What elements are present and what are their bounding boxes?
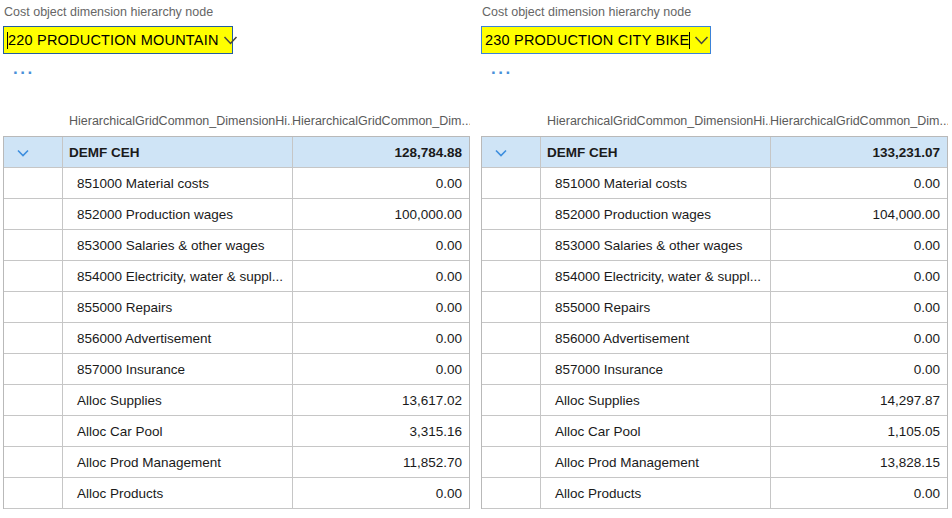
row-expand-cell[interactable]	[4, 323, 63, 353]
hierarchy-node-combobox[interactable]: 230 PRODUCTION CITY BIKE	[481, 26, 711, 54]
row-value: 0.00	[771, 478, 947, 508]
table-row[interactable]: 852000 Production wages 100,000.00	[4, 199, 469, 230]
row-name: Alloc Products	[541, 478, 771, 508]
row-expand-cell[interactable]	[482, 447, 541, 477]
row-name: 851000 Material costs	[63, 168, 293, 198]
row-expand-cell[interactable]	[482, 168, 541, 198]
hierarchy-grid: DEMF CEH 133,231.07 851000 Material cost…	[481, 136, 948, 509]
row-value: 1,105.05	[771, 416, 947, 446]
row-name: DEMF CEH	[63, 137, 293, 167]
row-name: Alloc Supplies	[63, 385, 293, 415]
row-expand-cell[interactable]	[4, 292, 63, 322]
row-value: 0.00	[771, 292, 947, 322]
chevron-down-icon[interactable]	[690, 36, 709, 45]
chevron-down-icon[interactable]	[495, 143, 507, 161]
table-row[interactable]: Alloc Car Pool 1,105.05	[482, 416, 947, 447]
row-expand-cell[interactable]	[482, 385, 541, 415]
row-name: 854000 Electricity, water & suppl...	[541, 261, 771, 291]
row-value: 0.00	[293, 323, 469, 353]
row-value: 0.00	[771, 354, 947, 384]
table-row[interactable]: Alloc Prod Management 11,852.70	[4, 447, 469, 478]
column-header-value[interactable]: HierarchicalGridCommon_Dim...	[292, 114, 470, 128]
hierarchy-node-combobox[interactable]: 220 PRODUCTION MOUNTAIN	[3, 26, 233, 54]
table-row[interactable]: 852000 Production wages 104,000.00	[482, 199, 947, 230]
column-header-value[interactable]: HierarchicalGridCommon_Dim...	[770, 114, 948, 128]
row-value: 0.00	[293, 261, 469, 291]
hierarchy-grid: DEMF CEH 128,784.88 851000 Material cost…	[3, 136, 470, 509]
row-name: 853000 Salaries & other wages	[63, 230, 293, 260]
row-value: 3,315.16	[293, 416, 469, 446]
row-value: 13,617.02	[293, 385, 469, 415]
row-expand-cell[interactable]	[482, 416, 541, 446]
table-row[interactable]: 857000 Insurance 0.00	[482, 354, 947, 385]
row-name: Alloc Supplies	[541, 385, 771, 415]
table-row[interactable]: DEMF CEH 133,231.07	[482, 137, 947, 168]
table-row[interactable]: 856000 Advertisement 0.00	[4, 323, 469, 354]
table-row[interactable]: Alloc Prod Management 13,828.15	[482, 447, 947, 478]
row-expand-cell[interactable]	[482, 478, 541, 508]
more-button[interactable]: ...	[13, 62, 35, 80]
row-value: 0.00	[771, 230, 947, 260]
row-expand-cell[interactable]	[482, 354, 541, 384]
table-row[interactable]: 856000 Advertisement 0.00	[482, 323, 947, 354]
table-row[interactable]: Alloc Supplies 13,617.02	[4, 385, 469, 416]
row-name: Alloc Car Pool	[63, 416, 293, 446]
row-expand-cell[interactable]	[4, 199, 63, 229]
row-value: 0.00	[771, 323, 947, 353]
row-name: Alloc Prod Management	[63, 447, 293, 477]
table-row[interactable]: 854000 Electricity, water & suppl... 0.0…	[4, 261, 469, 292]
grid-column-headers: HierarchicalGridCommon_DimensionHi... Hi…	[481, 105, 948, 136]
column-header-name[interactable]: HierarchicalGridCommon_DimensionHi...	[63, 114, 292, 128]
row-value: 0.00	[293, 478, 469, 508]
table-row[interactable]: 853000 Salaries & other wages 0.00	[482, 230, 947, 261]
row-value: 13,828.15	[771, 447, 947, 477]
column-header-name[interactable]: HierarchicalGridCommon_DimensionHi...	[541, 114, 770, 128]
chevron-down-icon[interactable]	[219, 36, 238, 45]
table-row[interactable]: 855000 Repairs 0.00	[4, 292, 469, 323]
more-button[interactable]: ...	[491, 62, 513, 80]
row-expand-cell[interactable]	[4, 261, 63, 291]
table-row[interactable]: DEMF CEH 128,784.88	[4, 137, 469, 168]
row-name: 856000 Advertisement	[541, 323, 771, 353]
workspace: Cost object dimension hierarchy node 220…	[0, 0, 952, 518]
row-expand-cell[interactable]	[482, 137, 541, 167]
row-value: 133,231.07	[771, 137, 947, 167]
grid-column-headers: HierarchicalGridCommon_DimensionHi... Hi…	[3, 105, 470, 136]
row-expand-cell[interactable]	[482, 261, 541, 291]
row-expand-cell[interactable]	[482, 230, 541, 260]
row-name: 857000 Insurance	[541, 354, 771, 384]
row-value: 11,852.70	[293, 447, 469, 477]
row-expand-cell[interactable]	[4, 478, 63, 508]
row-expand-cell[interactable]	[4, 354, 63, 384]
table-row[interactable]: Alloc Products 0.00	[482, 478, 947, 509]
row-name: DEMF CEH	[541, 137, 771, 167]
table-row[interactable]: 853000 Salaries & other wages 0.00	[4, 230, 469, 261]
row-expand-cell[interactable]	[4, 416, 63, 446]
table-row[interactable]: 857000 Insurance 0.00	[4, 354, 469, 385]
row-name: 857000 Insurance	[63, 354, 293, 384]
row-name: 853000 Salaries & other wages	[541, 230, 771, 260]
row-name: 851000 Material costs	[541, 168, 771, 198]
panel-220-production-mountain: Cost object dimension hierarchy node 220…	[3, 0, 470, 518]
table-row[interactable]: Alloc Products 0.00	[4, 478, 469, 509]
row-name: 854000 Electricity, water & suppl...	[63, 261, 293, 291]
table-row[interactable]: 855000 Repairs 0.00	[482, 292, 947, 323]
row-expand-cell[interactable]	[4, 137, 63, 167]
combobox-value: 230 PRODUCTION CITY BIKE	[485, 32, 689, 48]
table-row[interactable]: 851000 Material costs 0.00	[482, 168, 947, 199]
table-row[interactable]: Alloc Supplies 14,297.87	[482, 385, 947, 416]
row-expand-cell[interactable]	[482, 323, 541, 353]
table-row[interactable]: 854000 Electricity, water & suppl... 0.0…	[482, 261, 947, 292]
field-label: Cost object dimension hierarchy node	[4, 5, 213, 19]
row-expand-cell[interactable]	[4, 168, 63, 198]
row-expand-cell[interactable]	[4, 447, 63, 477]
table-row[interactable]: Alloc Car Pool 3,315.16	[4, 416, 469, 447]
table-row[interactable]: 851000 Material costs 0.00	[4, 168, 469, 199]
row-expand-cell[interactable]	[4, 230, 63, 260]
row-value: 100,000.00	[293, 199, 469, 229]
chevron-down-icon[interactable]	[17, 143, 29, 161]
row-expand-cell[interactable]	[482, 292, 541, 322]
row-name: Alloc Car Pool	[541, 416, 771, 446]
row-expand-cell[interactable]	[482, 199, 541, 229]
row-expand-cell[interactable]	[4, 385, 63, 415]
